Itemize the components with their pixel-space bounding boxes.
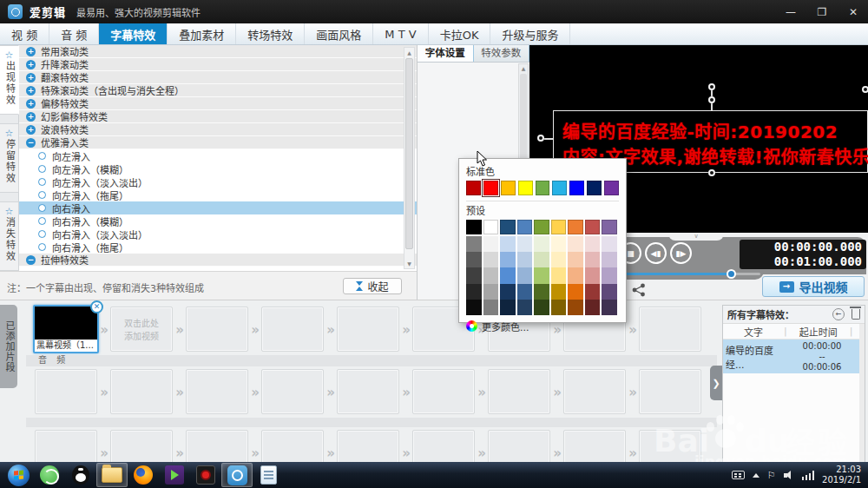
expand-icon[interactable]: +	[26, 99, 36, 109]
preset-swatch[interactable]	[551, 236, 567, 252]
effect-category-8[interactable]: −优雅滑入类	[19, 136, 417, 149]
effect-category-1[interactable]: +常用滚动类	[19, 45, 417, 58]
menu-tab-6[interactable]: 画面风格	[305, 23, 373, 44]
effect-item-11[interactable]: 向左滑入（淡入淡出）	[19, 175, 417, 188]
expand-icon[interactable]: +	[26, 47, 36, 56]
taskbar-clock[interactable]: 21:03 2019/2/1	[822, 465, 861, 485]
effect-item-10[interactable]: 向左滑入（模糊）	[19, 162, 417, 175]
preset-swatch[interactable]	[517, 267, 533, 283]
menu-tab-5[interactable]: 转场特效	[236, 23, 305, 44]
menu-tab-4[interactable]: 叠加素材	[168, 23, 236, 44]
preset-swatch[interactable]	[534, 236, 549, 252]
preset-swatch[interactable]	[568, 220, 583, 234]
preset-swatch[interactable]	[551, 300, 567, 315]
preset-swatch[interactable]	[534, 220, 549, 234]
preset-swatch[interactable]	[585, 284, 601, 300]
video-track-slot-4[interactable]	[261, 307, 324, 352]
preset-swatch[interactable]	[602, 300, 617, 315]
preset-swatch[interactable]	[551, 220, 567, 234]
effect-item-14[interactable]: 向右滑入（模糊）	[19, 214, 417, 228]
subtitle-panel-scrollbar[interactable]	[859, 324, 865, 463]
audio-track-slot-2[interactable]	[110, 369, 173, 414]
preset-swatch[interactable]	[483, 284, 499, 300]
preset-swatch[interactable]	[500, 284, 516, 300]
effect-category-7[interactable]: +波浪特效类	[19, 123, 417, 136]
preset-swatch[interactable]	[466, 252, 482, 267]
share-icon[interactable]	[632, 283, 646, 297]
expand-icon[interactable]: +	[26, 73, 36, 82]
effect-category-6[interactable]: +幻影偏移特效类	[19, 110, 417, 123]
effect-category-17[interactable]: −拉伸特效类	[19, 254, 417, 267]
collapse-icon[interactable]: −	[26, 255, 36, 265]
stage-tab-1[interactable]: ☆出现特效	[0, 45, 19, 115]
effects-scrollbar[interactable]: ▲ ▼	[404, 47, 415, 269]
taskbar-aijianji[interactable]	[221, 463, 253, 487]
undo-icon[interactable]: ←	[832, 308, 845, 320]
preset-swatch[interactable]	[466, 267, 482, 283]
tab-font-settings[interactable]: 字体设置	[418, 45, 474, 62]
volume-icon[interactable]	[784, 471, 794, 480]
preset-swatch[interactable]	[466, 300, 482, 315]
video-track-slot-5[interactable]	[337, 307, 399, 352]
scroll-up-icon[interactable]: ▲	[404, 48, 414, 57]
preset-swatch[interactable]	[517, 220, 533, 234]
audio-track-slot-4[interactable]	[261, 369, 324, 414]
subtitle-line1[interactable]: 编导的百度经验-时间:20190202	[562, 118, 838, 143]
close-button[interactable]: ✕	[844, 6, 863, 18]
effect-item-9[interactable]: 向左滑入	[19, 149, 417, 162]
audio-track-slot-8[interactable]	[563, 369, 626, 414]
taskbar-notepad[interactable]	[253, 463, 284, 487]
menu-tab-2[interactable]: 音 频	[49, 23, 99, 44]
expand-icon[interactable]: +	[26, 112, 36, 122]
preset-swatch[interactable]	[483, 220, 499, 234]
scroll-down-icon[interactable]: ▼	[404, 259, 414, 268]
video-track-slot-9[interactable]	[639, 307, 701, 352]
panel-collapse-arrow[interactable]: ❯	[710, 366, 722, 400]
menu-tab-3[interactable]: 字幕特效	[99, 23, 168, 44]
preset-swatch[interactable]	[602, 220, 617, 234]
standard-color-swatch-7[interactable]	[569, 181, 584, 195]
taskbar-explorer[interactable]	[96, 463, 128, 487]
expand-icon[interactable]: +	[26, 86, 36, 96]
preset-swatch[interactable]	[483, 267, 499, 283]
standard-color-swatch-1[interactable]	[466, 181, 481, 195]
preset-swatch[interactable]	[551, 252, 567, 267]
effect-item-16[interactable]: 向右滑入（拖尾）	[19, 241, 417, 254]
preset-swatch[interactable]	[568, 236, 583, 252]
preset-swatch[interactable]	[483, 300, 499, 315]
input-method-icon[interactable]	[732, 471, 745, 479]
standard-color-swatch-9[interactable]	[604, 181, 619, 195]
start-button[interactable]	[3, 463, 34, 487]
trash-icon[interactable]	[852, 309, 860, 320]
taskbar-firefox[interactable]	[128, 463, 159, 487]
preset-swatch[interactable]	[585, 267, 601, 283]
taskbar-recorder[interactable]	[190, 463, 221, 487]
preset-swatch[interactable]	[466, 220, 482, 234]
menu-tab-9[interactable]: 升级与服务	[490, 23, 570, 44]
effect-item-12[interactable]: 向左滑入（拖尾）	[19, 188, 417, 201]
preset-swatch[interactable]	[534, 300, 549, 315]
taskbar-media-player[interactable]	[159, 463, 190, 487]
preset-swatch[interactable]	[602, 252, 617, 267]
preset-swatch[interactable]	[500, 252, 516, 267]
preset-swatch[interactable]	[483, 236, 499, 252]
taskbar-browser-360[interactable]	[34, 463, 65, 487]
preset-swatch[interactable]	[551, 267, 567, 283]
panel-collapse-notch[interactable]: ∨	[668, 233, 724, 241]
clip-close-icon[interactable]: ✕	[90, 300, 103, 313]
preset-swatch[interactable]	[500, 220, 516, 234]
top-handle[interactable]	[708, 96, 715, 103]
preset-swatch[interactable]	[534, 267, 549, 283]
preset-swatch[interactable]	[466, 236, 482, 252]
menu-tab-1[interactable]: 视 频	[0, 23, 49, 44]
bottom-handle[interactable]	[708, 169, 715, 176]
effect-category-5[interactable]: +偏移特效类	[19, 97, 417, 110]
taskbar-qq[interactable]	[65, 463, 96, 487]
collapse-icon[interactable]: −	[26, 138, 36, 148]
more-colors-button[interactable]: 更多颜色...	[466, 320, 619, 333]
export-video-button[interactable]: → 导出视频	[762, 276, 865, 297]
stage-tab-2[interactable]: ☆停留特效	[0, 123, 19, 193]
expand-icon[interactable]: +	[26, 60, 36, 69]
menu-tab-7[interactable]: M T V	[373, 23, 428, 44]
preset-swatch[interactable]	[483, 252, 499, 267]
